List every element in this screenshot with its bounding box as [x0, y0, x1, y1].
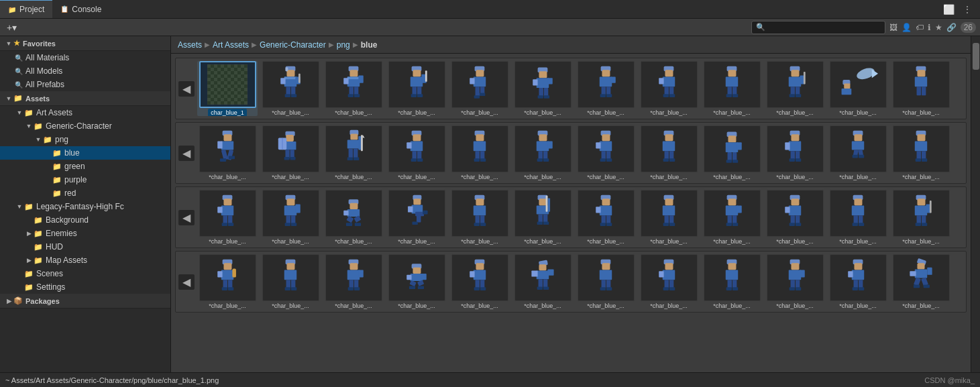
- asset-item-2[interactable]: *char_blue_...: [260, 61, 321, 116]
- asset-item-r2-9[interactable]: *char_blue_...: [702, 125, 762, 180]
- svg-rect-345: [659, 271, 663, 277]
- sidebar-section-assets[interactable]: ▼ 📁 Assets: [0, 91, 170, 106]
- sidebar-item-settings[interactable]: 📁 Settings: [0, 280, 170, 294]
- sidebar-item-all-prefabs[interactable]: 🔍 All Prefabs: [0, 78, 170, 91]
- asset-label-r3-6: *char_blue_...: [512, 237, 573, 245]
- breadcrumb-art-assets[interactable]: Art Assets: [213, 40, 249, 50]
- asset-item-8[interactable]: *char_blue_...: [639, 61, 699, 116]
- asset-item-r4-12[interactable]: *char_blue_...: [891, 254, 951, 309]
- asset-item-r4-1[interactable]: *char_blue_...: [197, 254, 258, 309]
- sidebar-item-green[interactable]: 📁 green: [0, 160, 170, 173]
- image-icon[interactable]: 🖼: [889, 23, 897, 32]
- asset-item-r3-11[interactable]: *char_blue_...: [828, 190, 888, 245]
- sidebar-section-packages[interactable]: ▶ 📦 Packages: [0, 294, 170, 309]
- sprite-r3-10: [781, 193, 808, 233]
- asset-item-r3-6[interactable]: *char_blue_...: [512, 190, 573, 245]
- tab-project[interactable]: 📁 Project: [0, 0, 52, 18]
- sidebar-item-blue[interactable]: 📁 blue: [0, 146, 170, 160]
- tab-console[interactable]: 📋 Console: [52, 0, 109, 18]
- asset-item-r4-2[interactable]: *char_blue_...: [260, 254, 321, 309]
- asset-item-r3-3[interactable]: *char_blue_...: [323, 190, 384, 245]
- asset-item-r4-10[interactable]: *char_blue_...: [765, 254, 825, 309]
- asset-item-r4-6[interactable]: *char_blue_...: [512, 254, 573, 309]
- sidebar-item-hud[interactable]: 📁 HUD: [0, 240, 170, 254]
- sidebar-item-png[interactable]: ▼ 📁 png: [0, 133, 170, 146]
- nav-prev-button[interactable]: ◀: [178, 81, 195, 97]
- breadcrumb-png[interactable]: png: [337, 40, 350, 50]
- svg-rect-255: [726, 205, 738, 215]
- asset-item-5[interactable]: *char_blue_...: [449, 61, 510, 116]
- sidebar-item-scenes[interactable]: 📁 Scenes: [0, 267, 170, 280]
- asset-item-char-blue-1[interactable]: char_blue_1: [197, 61, 258, 116]
- sidebar-item-background[interactable]: 📁 Background: [0, 213, 170, 227]
- asset-item-10[interactable]: *char_blue_...: [765, 61, 825, 116]
- scrollbar-right[interactable]: [971, 36, 980, 372]
- link-icon[interactable]: 🔗: [946, 23, 957, 32]
- asset-item-r2-5[interactable]: *char_blue_...: [449, 125, 510, 180]
- window-menu-icon[interactable]: ⋮: [960, 4, 975, 15]
- sidebar-item-all-models[interactable]: 🔍 All Models: [0, 64, 170, 78]
- asset-item-r2-6[interactable]: *char_blue_...: [512, 125, 573, 180]
- add-button[interactable]: +▾: [4, 22, 19, 33]
- sidebar-item-purple[interactable]: 📁 purple: [0, 173, 170, 186]
- nav-prev-button-4[interactable]: ◀: [178, 274, 195, 290]
- asset-item-r3-1[interactable]: *char_blue_...: [197, 190, 258, 245]
- asset-item-r2-10[interactable]: *char_blue_...: [765, 125, 825, 180]
- asset-item-r4-3[interactable]: *char_blue_...: [323, 254, 384, 309]
- sidebar-item-generic-character[interactable]: ▼ 📁 Generic-Character: [0, 119, 170, 133]
- tag-icon[interactable]: 🏷: [916, 23, 924, 32]
- asset-item-r2-8[interactable]: *char_blue_...: [639, 125, 699, 180]
- scroll-thumb[interactable]: [973, 43, 979, 70]
- asset-item-r2-3[interactable]: *char_blue_...: [323, 125, 384, 180]
- asset-item-r4-9[interactable]: *char_blue_...: [702, 254, 762, 309]
- asset-item-r3-7[interactable]: *char_blue_...: [576, 190, 636, 245]
- asset-item-r3-12[interactable]: *char_blue_...: [891, 190, 951, 245]
- sidebar-item-all-materials[interactable]: 🔍 All Materials: [0, 51, 170, 64]
- nav-prev-button-3[interactable]: ◀: [178, 210, 195, 225]
- breadcrumb-assets[interactable]: Assets: [178, 40, 202, 50]
- asset-item-4[interactable]: *char_blue_...: [386, 61, 447, 116]
- sidebar-item-legacy-fantasy[interactable]: ▼ 📁 Legacy-Fantasy-High Fc: [0, 200, 170, 213]
- sidebar-item-map-assets[interactable]: ▶ 📁 Map Assets: [0, 254, 170, 267]
- svg-rect-200: [284, 205, 296, 215]
- asset-item-r4-8[interactable]: *char_blue_...: [639, 254, 699, 309]
- asset-item-6[interactable]: *char_blue_...: [512, 61, 573, 116]
- asset-item-r3-5[interactable]: *char_blue_...: [449, 190, 510, 245]
- sidebar-item-art-assets[interactable]: ▼ 📁 Art Assets: [0, 106, 170, 119]
- asset-item-r4-11[interactable]: *char_blue_...: [828, 254, 888, 309]
- sidebar-section-favorites[interactable]: ▼ ★ Favorites: [0, 36, 170, 51]
- asset-item-r4-4[interactable]: *char_blue_...: [386, 254, 447, 309]
- asset-item-r3-4[interactable]: *char_blue_...: [386, 190, 447, 245]
- svg-rect-194: [223, 215, 227, 224]
- asset-item-r3-2[interactable]: *char_blue_...: [260, 190, 321, 245]
- asset-item-r3-8[interactable]: *char_blue_...: [639, 190, 699, 245]
- info-icon[interactable]: ℹ: [928, 23, 931, 32]
- asset-item-r4-5[interactable]: *char_blue_...: [449, 254, 510, 309]
- asset-item-r4-7[interactable]: *char_blue_...: [576, 254, 636, 309]
- asset-item-r2-2[interactable]: *char_blue_...: [260, 125, 321, 180]
- nav-prev-button-2[interactable]: ◀: [178, 146, 195, 161]
- asset-item-r3-9[interactable]: *char_blue_...: [702, 190, 762, 245]
- asset-item-3[interactable]: *char_blue_...: [323, 61, 384, 116]
- sidebar-item-red[interactable]: 📁 red: [0, 186, 170, 200]
- window-maximize-icon[interactable]: ⬜: [940, 4, 957, 15]
- asset-item-r3-10[interactable]: *char_blue_...: [765, 190, 825, 245]
- search-box[interactable]: 🔍: [751, 21, 885, 34]
- breadcrumb-generic-character[interactable]: Generic-Character: [260, 40, 326, 50]
- asset-item-r2-1[interactable]: *char_blue_...: [197, 125, 258, 180]
- asset-item-7[interactable]: *char_blue_...: [576, 61, 636, 116]
- asset-item-12[interactable]: *char_blue_...: [891, 61, 951, 116]
- asset-item-11[interactable]: *char_blue_...: [828, 61, 888, 116]
- asset-item-r2-7[interactable]: *char_blue_...: [576, 125, 636, 180]
- asset-item-9[interactable]: *char_blue_...: [702, 61, 762, 116]
- account-icon[interactable]: 👤: [902, 23, 912, 32]
- star-icon[interactable]: ★: [935, 23, 942, 32]
- search-input[interactable]: [768, 23, 881, 32]
- sprite-r4-1: [214, 258, 241, 298]
- sidebar-item-enemies[interactable]: ▶ 📁 Enemies: [0, 227, 170, 240]
- asset-item-r2-4[interactable]: *char_blue_...: [386, 125, 447, 180]
- asset-item-r2-11[interactable]: *char_blue_...: [828, 125, 888, 180]
- asset-item-r2-12[interactable]: *char_blue_...: [891, 125, 951, 180]
- svg-rect-381: [924, 285, 930, 288]
- svg-rect-104: [286, 135, 294, 142]
